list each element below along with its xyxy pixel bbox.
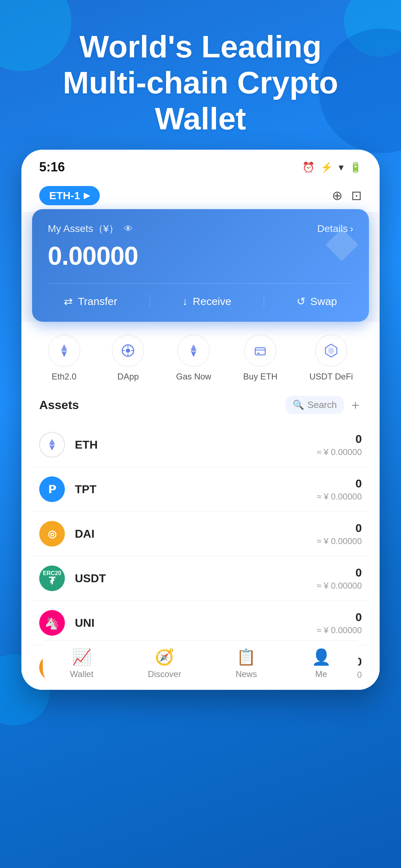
account-name: ETH-1 — [49, 190, 80, 202]
dai-logo: ◎ — [39, 521, 65, 547]
svg-point-3 — [126, 348, 130, 353]
dai-value: ≈ ¥ 0.00000 — [317, 536, 362, 546]
assets-header: Assets 🔍 Search ＋ — [39, 396, 362, 414]
bottom-nav: 📈 Wallet 🧭 Discover 📋 News 👤 Me — [43, 640, 358, 690]
buyeth-icon-circle — [244, 335, 276, 367]
dai-name: DAI — [75, 527, 317, 541]
assets-title: Assets — [39, 398, 79, 412]
wifi-icon: ▾ — [339, 161, 344, 173]
quick-item-buyeth[interactable]: Buy ETH — [243, 335, 277, 382]
content-area: Eth2.0 DApp — [21, 322, 380, 690]
uni-balance: 0 ≈ ¥ 0.00000 — [317, 611, 362, 635]
assets-banner-top: My Assets（¥） 👁 Details › — [48, 222, 353, 236]
svg-marker-0 — [61, 344, 67, 352]
eth-logo — [39, 432, 65, 458]
eth2-label: Eth2.0 — [52, 372, 76, 382]
assets-amount: 0.00000 — [48, 241, 353, 270]
wallet-nav-icon: 📈 — [72, 648, 92, 666]
news-nav-label: News — [236, 669, 257, 679]
add-token-button[interactable]: ＋ — [349, 396, 362, 414]
discover-nav-label: Discover — [148, 669, 181, 679]
transfer-label: Transfer — [78, 295, 117, 308]
wallet-nav-label: Wallet — [70, 669, 93, 679]
assets-label-text: My Assets（¥） — [48, 222, 119, 236]
tpt-balance: 0 ≈ ¥ 0.00000 — [317, 477, 362, 502]
status-time: 5:16 — [39, 160, 65, 175]
svg-marker-8 — [191, 344, 196, 352]
dapp-label: DApp — [117, 372, 139, 382]
tpt-value: ≈ ¥ 0.00000 — [317, 492, 362, 502]
token-row-uni[interactable]: 🦄 UNI 0 ≈ ¥ 0.00000 — [32, 601, 369, 645]
search-placeholder: Search — [308, 399, 337, 410]
nav-bar: ETH-1 ▶ ⊕ ⊡ — [21, 180, 380, 213]
tpt-name: TPT — [75, 483, 317, 496]
quick-item-dapp[interactable]: DApp — [112, 335, 144, 382]
quick-item-eth2[interactable]: Eth2.0 — [48, 335, 80, 382]
eth-name: ETH — [75, 438, 317, 451]
usdtdefi-icon-circle — [315, 335, 347, 367]
qr-scan-icon[interactable]: ⊡ — [351, 188, 362, 203]
header-title: World's Leading Multi-chain Crypto Walle… — [21, 29, 380, 137]
quick-item-usdtdefi[interactable]: USDT DeFi — [309, 335, 353, 382]
uni-amount: 0 — [317, 611, 362, 624]
buyeth-label: Buy ETH — [243, 372, 277, 382]
nav-item-wallet[interactable]: 📈 Wallet — [70, 648, 93, 679]
eth-value: ≈ ¥ 0.00000 — [317, 447, 362, 457]
eth2-icon-circle — [48, 335, 80, 367]
gasnow-icon — [186, 343, 201, 358]
quick-actions: Eth2.0 DApp — [21, 322, 380, 389]
swap-label: Swap — [310, 295, 337, 308]
eth-watermark: ◆ — [325, 216, 358, 266]
status-icons: ⏰ ⚡ ▾ 🔋 — [302, 161, 362, 173]
svg-rect-11 — [255, 349, 265, 351]
token-row-tpt[interactable]: 𝗣 TPT 0 ≈ ¥ 0.00000 — [32, 467, 369, 512]
assets-actions: ⇄ Transfer ↓ Receive ↺ Swap — [48, 283, 353, 308]
wallet-scan-icon[interactable]: ⊕ — [332, 188, 343, 203]
buyeth-icon — [252, 343, 268, 358]
uni-logo: 🦄 — [39, 610, 65, 636]
assets-banner: ◆ My Assets（¥） 👁 Details › 0.00000 ⇄ Tra… — [32, 209, 369, 322]
eye-icon[interactable]: 👁 — [124, 223, 133, 234]
quick-item-gasnow[interactable]: Gas Now — [176, 335, 211, 382]
assets-search[interactable]: 🔍 Search — [286, 396, 344, 414]
divider-1 — [150, 295, 150, 308]
nav-item-discover[interactable]: 🧭 Discover — [148, 648, 181, 679]
transfer-icon: ⇄ — [64, 295, 73, 308]
uni-value: ≈ ¥ 0.00000 — [317, 625, 362, 635]
token-row-dai[interactable]: ◎ DAI 0 ≈ ¥ 0.00000 — [32, 512, 369, 556]
eth-amount: 0 — [317, 433, 362, 446]
eth-balance: 0 ≈ ¥ 0.00000 — [317, 433, 362, 457]
token-row-eth[interactable]: ETH 0 ≈ ¥ 0.00000 — [32, 423, 369, 467]
gasnow-icon-circle — [178, 335, 210, 367]
nav-item-news[interactable]: 📋 News — [236, 648, 257, 679]
receive-button[interactable]: ↓ Receive — [182, 295, 231, 308]
eth2-icon — [56, 343, 72, 358]
news-nav-icon: 📋 — [236, 648, 256, 666]
token-row-usdt[interactable]: ERC20 ₮ USDT 0 ≈ ¥ 0.00000 — [32, 556, 369, 601]
svg-marker-14 — [328, 347, 334, 354]
status-bar: 5:16 ⏰ ⚡ ▾ 🔋 — [21, 150, 380, 180]
tpt-amount: 0 — [317, 477, 362, 490]
header-title-line1: World's Leading — [79, 29, 322, 64]
usdtdefi-label: USDT DeFi — [309, 372, 353, 382]
me-nav-label: Me — [315, 669, 327, 679]
usdt-amount: 0 — [317, 566, 362, 579]
bluetooth-icon: ⚡ — [320, 161, 333, 173]
svg-rect-12 — [257, 353, 260, 354]
battery-icon: 🔋 — [349, 161, 362, 173]
receive-label: Receive — [193, 295, 231, 308]
usdt-logo: ERC20 ₮ — [39, 565, 65, 591]
account-badge[interactable]: ETH-1 ▶ — [39, 186, 100, 205]
transfer-button[interactable]: ⇄ Transfer — [64, 295, 117, 308]
swap-button[interactable]: ↺ Swap — [297, 295, 337, 308]
gasnow-label: Gas Now — [176, 372, 211, 382]
nav-right-icons: ⊕ ⊡ — [332, 188, 362, 203]
svg-marker-15 — [49, 439, 55, 446]
svg-rect-10 — [255, 348, 265, 355]
uni-name: UNI — [75, 616, 317, 630]
account-arrow-icon: ▶ — [84, 191, 90, 200]
nav-item-me[interactable]: 👤 Me — [312, 648, 331, 679]
discover-nav-icon: 🧭 — [155, 648, 174, 666]
dai-balance: 0 ≈ ¥ 0.00000 — [317, 522, 362, 546]
dai-amount: 0 — [317, 522, 362, 535]
